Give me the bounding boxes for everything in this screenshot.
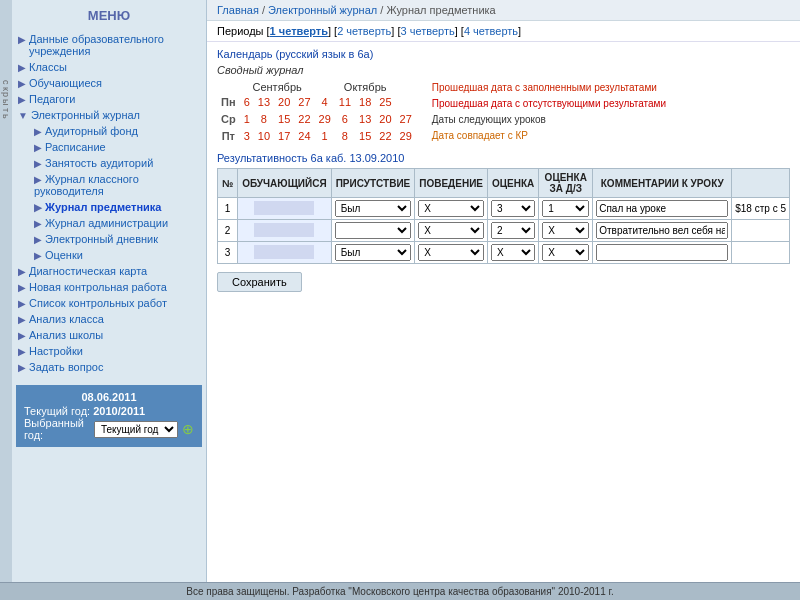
- col-presence: ПРИСУТСТВИЕ: [331, 169, 415, 198]
- arrow-icon: ▶: [18, 298, 26, 309]
- current-year-label: Текущий год:: [24, 405, 90, 417]
- sep-13[interactable]: 13: [258, 96, 270, 108]
- sidebar-item-school-analysis[interactable]: ▶ Анализ школы: [16, 327, 202, 343]
- sidebar-sub-e-diary[interactable]: ▶Электронный дневник: [16, 231, 202, 247]
- sep-20[interactable]: 20: [278, 96, 290, 108]
- sep-15[interactable]: 15: [278, 113, 290, 125]
- period-2[interactable]: 2 четверть: [337, 25, 391, 37]
- selected-year-row: Выбранный год: Текущий год ⊕: [24, 417, 194, 441]
- sidebar-item-students[interactable]: ▶ Обучающиеся: [16, 75, 202, 91]
- sidebar-item-settings[interactable]: ▶ Настройки: [16, 343, 202, 359]
- sidebar-sub-grades[interactable]: ▶Оценки: [16, 247, 202, 263]
- save-button[interactable]: Сохранить: [217, 272, 302, 292]
- oct-20[interactable]: 20: [379, 113, 391, 125]
- oct-8[interactable]: 8: [342, 130, 348, 142]
- oct-27[interactable]: 27: [400, 113, 412, 125]
- col-comment: КОММЕНТАРИИ К УРОКУ: [593, 169, 732, 198]
- row1-comment: [593, 198, 732, 220]
- sidebar-item-institution[interactable]: ▶ Данные образовательного учреждения: [16, 31, 202, 59]
- breadcrumb-home[interactable]: Главная: [217, 4, 259, 16]
- day-mon: Пн: [217, 94, 240, 111]
- sep-27[interactable]: 27: [298, 96, 310, 108]
- row2-grade: 2 1 3 4 5: [488, 220, 539, 242]
- row1-grade-select[interactable]: 3 1 2 4 5 X: [491, 200, 535, 217]
- sep-29[interactable]: 29: [319, 113, 331, 125]
- content-body: Календарь (русский язык в 6а) Сводный жу…: [207, 42, 800, 298]
- row3-grade-select[interactable]: X: [491, 244, 535, 261]
- sep-10[interactable]: 10: [258, 130, 270, 142]
- row3-comment: [593, 242, 732, 264]
- oct-11[interactable]: 11: [339, 96, 351, 108]
- sep-6[interactable]: 6: [244, 96, 250, 108]
- col-behavior: ПОВЕДЕНИЕ: [415, 169, 488, 198]
- legend-past-filled: Прошедшая дата с заполненными результата…: [432, 80, 666, 96]
- col-no: №: [218, 169, 238, 198]
- calendar-table: Сентябрь Октябрь Пн 6 13 20 27 4: [217, 80, 416, 144]
- row1-name: [238, 198, 331, 220]
- table-row: 1 Был Не был X 1: [218, 198, 790, 220]
- sep-17[interactable]: 17: [278, 130, 290, 142]
- sidebar-item-diagnostic[interactable]: ▶ Диагностическая карта: [16, 263, 202, 279]
- row3-comment-input[interactable]: [596, 244, 728, 261]
- row2-extra: [732, 220, 790, 242]
- sidebar-sub-class-journal[interactable]: ▶Журнал классного руководителя: [16, 171, 202, 199]
- row2-dz-select[interactable]: X 5,5: [542, 222, 589, 239]
- sep-24[interactable]: 24: [298, 130, 310, 142]
- arrow-icon: ▼: [18, 110, 28, 121]
- period-1[interactable]: 1 четверть: [270, 25, 328, 37]
- svodny-label: Сводный журнал: [217, 64, 790, 76]
- row2-dz: X 5,5: [539, 220, 593, 242]
- row1-behavior-select[interactable]: X 1 2: [418, 200, 484, 217]
- sidebar-sub-audit-fond[interactable]: ▶Аудиторный фонд: [16, 123, 202, 139]
- breadcrumb-ejournal[interactable]: Электронный журнал: [268, 4, 377, 16]
- sidebar-item-classes[interactable]: ▶ Классы: [16, 59, 202, 75]
- calendar-row-fri: Пт 3 10 17 24 1 8 15 22 29: [217, 127, 416, 144]
- sidebar-item-ask-question[interactable]: ▶ Задать вопрос: [16, 359, 202, 375]
- sidebar-item-test-list[interactable]: ▶ Список контрольных работ: [16, 295, 202, 311]
- row3-behavior-select[interactable]: X: [418, 244, 484, 261]
- row3-presence-select[interactable]: Был: [335, 244, 412, 261]
- sidebar-sub-subject-journal[interactable]: ▶Журнал предметника: [16, 199, 202, 215]
- sidebar-item-new-test[interactable]: ▶ Новая контрольная работа: [16, 279, 202, 295]
- oct-25[interactable]: 25: [379, 96, 391, 108]
- sidebar-sub-admin-journal[interactable]: ▶Журнал администрации: [16, 215, 202, 231]
- oct-1[interactable]: 1: [322, 130, 328, 142]
- oct-29[interactable]: 29: [400, 130, 412, 142]
- row2-grade-select[interactable]: 2 1 3 4 5: [491, 222, 535, 239]
- row1-no: 1: [218, 198, 238, 220]
- sep-1[interactable]: 1: [244, 113, 250, 125]
- oct-13[interactable]: 13: [359, 113, 371, 125]
- sidebar-item-label: Новая контрольная работа: [29, 281, 167, 293]
- row2-behavior: X: [415, 220, 488, 242]
- row2-behavior-select[interactable]: X: [418, 222, 484, 239]
- collapsed-letter-r: р: [1, 92, 11, 97]
- row1-dz-select[interactable]: 1 2 3 4 5 X: [542, 200, 589, 217]
- oct-22[interactable]: 22: [379, 130, 391, 142]
- row3-dz-select[interactable]: X: [542, 244, 589, 261]
- sidebar-item-class-analysis[interactable]: ▶ Анализ класса: [16, 311, 202, 327]
- row2-comment: [593, 220, 732, 242]
- oct-15[interactable]: 15: [359, 130, 371, 142]
- sep-3[interactable]: 3: [244, 130, 250, 142]
- year-select[interactable]: Текущий год: [94, 421, 178, 438]
- row2-comment-input[interactable]: [596, 222, 728, 239]
- row2-presence-select[interactable]: Был: [335, 222, 412, 239]
- sep-8[interactable]: 8: [261, 113, 267, 125]
- row3-dz: X: [539, 242, 593, 264]
- oct-6[interactable]: 6: [342, 113, 348, 125]
- sidebar-item-teachers[interactable]: ▶ Педагоги: [16, 91, 202, 107]
- sep-22[interactable]: 22: [298, 113, 310, 125]
- row1-comment-input[interactable]: [596, 200, 728, 217]
- arrow-icon: ▶: [18, 362, 26, 373]
- period-3[interactable]: 3 четверть: [401, 25, 455, 37]
- year-icon[interactable]: ⊕: [182, 421, 194, 437]
- sidebar-sub-occupancy[interactable]: ▶Занятость аудиторий: [16, 155, 202, 171]
- current-date: 08.06.2011: [24, 391, 194, 403]
- sidebar-item-label: Данные образовательного учреждения: [29, 33, 200, 57]
- row1-presence-select[interactable]: Был Не был: [335, 200, 412, 217]
- oct-4[interactable]: 4: [322, 96, 328, 108]
- period-4[interactable]: 4 четверть: [464, 25, 518, 37]
- oct-18[interactable]: 18: [359, 96, 371, 108]
- sidebar-sub-schedule[interactable]: ▶Расписание: [16, 139, 202, 155]
- sidebar-item-ejournal[interactable]: ▼ Электронный журнал: [16, 107, 202, 123]
